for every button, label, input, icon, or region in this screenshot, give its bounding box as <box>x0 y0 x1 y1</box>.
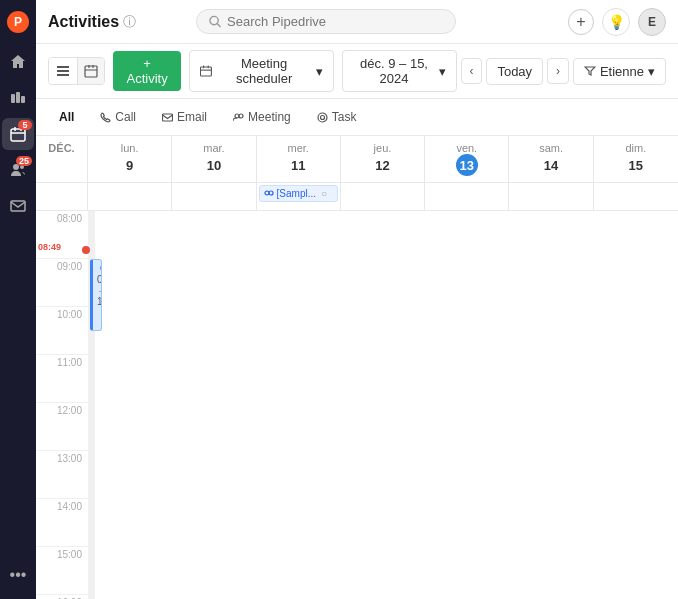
add-activity-label: + Activity <box>123 56 171 86</box>
calendar-icon <box>84 64 98 78</box>
meeting-tab-icon <box>233 112 244 123</box>
allday-event-checkbox[interactable]: ○ <box>321 188 327 199</box>
main-content: Activities ⓘ + 💡 E <box>36 0 678 599</box>
svg-rect-3 <box>16 92 20 103</box>
grid-cell-12:00-6[interactable] <box>94 403 95 451</box>
grid-cell-08:00-6[interactable] <box>94 211 95 259</box>
grid-cell-11:00-6[interactable] <box>94 355 95 403</box>
grid-cell-14:00-6[interactable] <box>94 499 95 547</box>
time-grid: 08:0009:0010:0011:0012:0013:0014:0015:00… <box>36 211 678 599</box>
allday-event-label: [Sampl... <box>277 188 316 199</box>
add-button[interactable]: + <box>568 9 594 35</box>
time-label-15:00: 15:00 <box>36 547 88 595</box>
svg-rect-14 <box>200 66 211 75</box>
toolbar: + Activity Meeting scheduler ▾ déc. 9 – … <box>36 44 678 99</box>
prev-week-button[interactable]: ‹ <box>461 58 483 84</box>
filter-chevron: ▾ <box>648 64 655 79</box>
date-range-button[interactable]: déc. 9 – 15, 2024 ▾ <box>342 50 456 92</box>
allday-cell-mer[interactable]: [Sampl... ○ <box>257 183 341 210</box>
all-label: All <box>59 110 74 124</box>
month-label: DÉC. <box>36 136 88 182</box>
list-view-button[interactable] <box>49 58 77 84</box>
search-icon <box>209 15 221 28</box>
filter-icon <box>584 65 596 77</box>
add-activity-button[interactable]: + Activity <box>113 51 181 91</box>
allday-event[interactable]: [Sampl... ○ <box>259 185 338 202</box>
info-icon[interactable]: ⓘ <box>123 13 136 31</box>
grid-cell-16:00-6[interactable] <box>94 595 95 599</box>
activities-badge: 5 <box>18 120 32 130</box>
time-label-11:00: 11:00 <box>36 355 88 403</box>
sidebar-item-mail[interactable] <box>2 190 34 222</box>
filter-tab-all[interactable]: All <box>48 105 85 129</box>
title-text: Activities <box>48 13 119 31</box>
calendar-view-button[interactable] <box>77 58 105 84</box>
day-header-mer: mer. 11 <box>257 136 341 182</box>
svg-point-21 <box>269 191 273 195</box>
svg-rect-13 <box>85 66 97 77</box>
next-week-button[interactable]: › <box>547 58 569 84</box>
sidebar-item-home[interactable] <box>2 46 34 78</box>
sidebar-item-pipeline[interactable] <box>2 82 34 114</box>
time-label-13:00: 13:00 <box>36 451 88 499</box>
sidebar-item-activities[interactable]: 5 <box>2 118 34 150</box>
search-bar[interactable] <box>196 9 456 34</box>
filter-tab-email[interactable]: Email <box>151 105 218 129</box>
svg-rect-4 <box>21 96 25 103</box>
filter-tab-call[interactable]: Call <box>89 105 147 129</box>
contacts-badge: 25 <box>16 156 32 166</box>
sidebar-item-contacts[interactable]: 25 <box>2 154 34 186</box>
sidebar-logo: P <box>4 8 32 36</box>
svg-rect-8 <box>11 201 25 211</box>
allday-cell-lun <box>88 183 172 210</box>
task-label: Task <box>332 110 357 124</box>
meeting-event-icon <box>264 189 274 199</box>
email-icon <box>162 112 173 123</box>
svg-point-19 <box>320 115 324 119</box>
date-range-label: déc. 9 – 15, 2024 <box>353 56 434 86</box>
calendar-header: DÉC. lun. 9 mar. 10 mer. 11 jeu. 12 ven.… <box>36 136 678 183</box>
svg-rect-5 <box>11 129 25 141</box>
filter-label: Etienne <box>600 64 644 79</box>
view-toggle <box>48 57 105 85</box>
allday-cell-dim <box>594 183 678 210</box>
filter-button[interactable]: Etienne ▾ <box>573 58 666 85</box>
grid-cell-13:00-6[interactable] <box>94 451 95 499</box>
avatar[interactable]: E <box>638 8 666 36</box>
task-icon <box>317 112 328 123</box>
date-range-chevron: ▾ <box>439 64 446 79</box>
day-header-dim: dim. 15 <box>594 136 678 182</box>
time-label-14:00: 14:00 <box>36 499 88 547</box>
meeting-scheduler-label: Meeting scheduler <box>216 56 313 86</box>
svg-point-20 <box>265 191 269 195</box>
event-call[interactable]: Call 09:00 → 10:30 <box>90 259 102 331</box>
meeting-label: Meeting <box>248 110 291 124</box>
allday-cell-mar <box>172 183 256 210</box>
list-icon <box>56 64 70 78</box>
call-label: Call <box>115 110 136 124</box>
svg-rect-2 <box>11 94 15 103</box>
meeting-scheduler-button[interactable]: Meeting scheduler ▾ <box>189 50 335 92</box>
svg-rect-15 <box>163 114 173 121</box>
allday-label <box>36 183 88 210</box>
day-header-sam: sam. 14 <box>509 136 593 182</box>
today-button[interactable]: Today <box>486 58 543 85</box>
svg-text:P: P <box>14 15 22 29</box>
grid-cell-15:00-6[interactable] <box>94 547 95 595</box>
search-input[interactable] <box>227 14 443 29</box>
time-label-10:00: 10:00 <box>36 307 88 355</box>
allday-cell-sam <box>509 183 593 210</box>
call-icon <box>100 112 111 123</box>
time-label-16:00: 16:00 <box>36 595 88 599</box>
sidebar-more[interactable]: ••• <box>2 559 34 591</box>
filter-tabs: All Call Email Meeting <box>36 99 678 136</box>
filter-tab-task[interactable]: Task <box>306 105 368 129</box>
allday-row: [Sampl... ○ <box>36 183 678 211</box>
filter-tab-meeting[interactable]: Meeting <box>222 105 302 129</box>
day-header-jeu: jeu. 12 <box>341 136 425 182</box>
bulb-icon[interactable]: 💡 <box>602 8 630 36</box>
time-grid-inner: 08:0009:0010:0011:0012:0013:0014:0015:00… <box>36 211 678 599</box>
day-header-ven: ven. 13 <box>425 136 509 182</box>
date-navigation: déc. 9 – 15, 2024 ▾ ‹ Today › Etienne ▾ <box>342 50 666 92</box>
calendar: DÉC. lun. 9 mar. 10 mer. 11 jeu. 12 ven.… <box>36 136 678 599</box>
